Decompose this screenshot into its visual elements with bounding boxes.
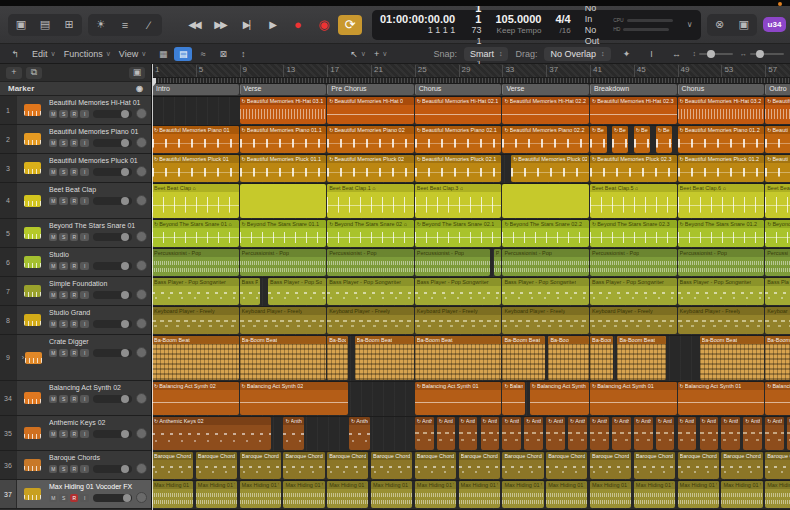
region[interactable]: ↻Beautiful Memories Piano 02: [327, 126, 414, 153]
track-name[interactable]: Anthemic Keys 02: [49, 418, 147, 427]
region[interactable]: Max Hiding 01 V: [152, 481, 193, 508]
mute-button[interactable]: M: [49, 110, 57, 118]
region[interactable]: Baroque Chords: [590, 452, 631, 479]
region[interactable]: Percussi: [765, 249, 790, 276]
region[interactable]: Percussionist - Pop: [415, 249, 491, 276]
region[interactable]: ↻Beautiful Memories Pluck 01: [152, 155, 239, 182]
pan-knob[interactable]: [136, 289, 147, 300]
region[interactable]: Max Hiding 01 V: [502, 481, 543, 508]
track-name[interactable]: Max Hiding 01 Vocoder FX: [49, 482, 147, 491]
region[interactable]: ↻Beyond The Stars Snare 02.2: [502, 220, 589, 247]
input-monitor-button[interactable]: I: [80, 262, 88, 270]
record-enable-button[interactable]: R: [70, 430, 78, 438]
region[interactable]: Beet Beat Clap ⌂: [152, 184, 239, 218]
auto-track-zoom-icon[interactable]: I: [643, 47, 661, 61]
region[interactable]: Keyboard Player - Freely: [152, 307, 239, 334]
arrangement-marker[interactable]: Outro: [765, 84, 790, 95]
region[interactable]: Max Hiding 01 V: [327, 481, 368, 508]
input-monitor-button[interactable]: I: [80, 465, 88, 473]
track-header-row[interactable]: 1Beautiful Memories Hi-Hat 01MSRI: [0, 96, 151, 125]
record-enable-button[interactable]: R: [70, 233, 78, 241]
record-enable-button[interactable]: R: [70, 291, 78, 299]
disclosure-icon[interactable]: ›: [22, 354, 24, 361]
region[interactable]: Ba-Boom Beat: [355, 336, 414, 380]
region[interactable]: Baroque Chords: [634, 452, 675, 479]
solo-button[interactable]: S: [59, 465, 67, 473]
region[interactable]: Bass Pla: [765, 278, 790, 305]
region[interactable]: Ba-Boo: [327, 336, 348, 380]
track-lane[interactable]: ↻Beautiful Memories Pluck 01↻Beautiful M…: [152, 155, 790, 184]
track-lane[interactable]: Keyboard Player - FreelyKeyboard Player …: [152, 307, 790, 336]
region[interactable]: ↻Beautiful Memories Pluck 02: [327, 155, 414, 182]
arrangement-marker[interactable]: Pre Chorus: [327, 84, 414, 95]
track-name[interactable]: Beet Beat Clap: [49, 185, 147, 194]
region[interactable]: Ba-Boom: [765, 336, 790, 380]
solo-button[interactable]: S: [59, 139, 67, 147]
region[interactable]: Baroque Chords: [152, 452, 193, 479]
track-header-row[interactable]: 8Studio GrandMSRI: [0, 306, 151, 335]
region[interactable]: [240, 184, 327, 218]
mute-button[interactable]: M: [49, 395, 57, 403]
region[interactable]: Percussionist - Pop: [152, 249, 239, 276]
region[interactable]: Keyboard Player - Freely: [327, 307, 414, 334]
region[interactable]: Max Hiding 01 V: [765, 481, 790, 508]
region[interactable]: ↻Be: [634, 126, 651, 153]
capture-record-button[interactable]: ◉: [312, 15, 336, 35]
region[interactable]: Baroque Chords: [196, 452, 237, 479]
solo-button[interactable]: S: [59, 197, 67, 205]
region[interactable]: Keyboard Player - Freely: [415, 307, 502, 334]
pan-knob[interactable]: [136, 463, 147, 474]
marquee-icon[interactable]: ⊠: [214, 47, 232, 61]
pan-knob[interactable]: [136, 195, 147, 206]
region[interactable]: Bass P: [240, 278, 261, 305]
bar-ruler[interactable]: 159131721252933374145495357: [152, 64, 790, 78]
region[interactable]: Ba-Boom Beat: [240, 336, 327, 380]
region[interactable]: Ba-Boo: [548, 336, 589, 380]
region[interactable]: ↻Beyond The Stars Snare 02 ⌂: [327, 220, 414, 247]
track-header-row[interactable]: 5Beyond The Stars Snare 01MSRI: [0, 219, 151, 248]
region[interactable]: Keyboard Player - Freely: [678, 307, 765, 334]
region[interactable]: ↻Balancing Act Synth 01: [415, 382, 502, 415]
region[interactable]: ↻Anthe: [524, 417, 543, 450]
track-lane[interactable]: Beet Beat Clap ⌂Beet Beat Clap.1 ⌂Beet B…: [152, 184, 790, 220]
record-enable-button[interactable]: R: [70, 139, 78, 147]
input-monitor-button[interactable]: I: [80, 233, 88, 241]
back-icon[interactable]: ↰: [6, 47, 24, 61]
region[interactable]: Beet Bea: [765, 184, 790, 218]
region[interactable]: Keyboard Player - Freely: [240, 307, 327, 334]
region[interactable]: ↻Balancing Act: [502, 382, 525, 415]
region[interactable]: [502, 184, 589, 218]
track-lane[interactable]: Bass Player - Pop SongwriterBass PBass P…: [152, 278, 790, 307]
track-name[interactable]: Beautiful Memories Piano 01: [49, 127, 147, 136]
region[interactable]: ↻Anthe: [743, 417, 762, 450]
forward-button[interactable]: ▶▶: [208, 15, 232, 35]
track-lane[interactable]: ↻Beyond The Stars Snare 01 ⌂↻Beyond The …: [152, 220, 790, 249]
track-lane[interactable]: ↻Beautiful Memories Hi-Hat 03.1↻Beautifu…: [152, 97, 790, 126]
track-name[interactable]: Studio Grand: [49, 308, 147, 317]
volume-slider[interactable]: [93, 197, 132, 205]
cycle-button[interactable]: ⟳: [338, 15, 362, 35]
region[interactable]: ↻Anthe: [349, 417, 370, 450]
pan-knob[interactable]: [136, 492, 147, 503]
record-enable-button[interactable]: R: [70, 349, 78, 357]
region[interactable]: Percussionist - Pop: [502, 249, 589, 276]
solo-button[interactable]: S: [59, 494, 67, 502]
key-signature-badge[interactable]: u34: [763, 17, 787, 32]
track-name[interactable]: Crate Digger: [49, 337, 147, 346]
region[interactable]: Baroque Chords: [371, 452, 412, 479]
region[interactable]: ↻Anthe: [590, 417, 609, 450]
track-lane[interactable]: ↻Beautiful Memories Piano 01↻Beautiful M…: [152, 126, 790, 155]
region[interactable]: ↻Anthe: [656, 417, 675, 450]
region[interactable]: ↻Beyond The Stars Snare 02.3: [590, 220, 677, 247]
track-header-row[interactable]: 37Max Hiding 01 Vocoder FXMSRI: [0, 480, 151, 509]
solo-button[interactable]: S: [59, 262, 67, 270]
region[interactable]: Max Hiding 01 V: [678, 481, 719, 508]
smart-controls-icon[interactable]: ≡: [114, 16, 136, 34]
volume-slider[interactable]: [93, 110, 132, 118]
pan-knob[interactable]: [136, 166, 147, 177]
arrangement-marker[interactable]: Intro: [152, 84, 239, 95]
track-header-row[interactable]: 4Beet Beat ClapMSRI: [0, 183, 151, 219]
region[interactable]: ↻Anthe: [502, 417, 521, 450]
region[interactable]: Baroque Chords: [240, 452, 281, 479]
mute-button[interactable]: M: [49, 197, 57, 205]
